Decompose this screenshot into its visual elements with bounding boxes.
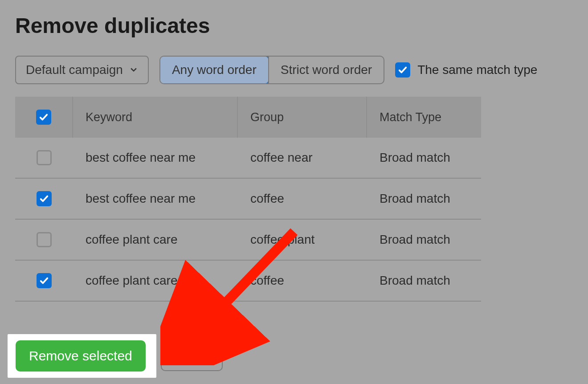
duplicates-table: Keyword Group Match Type best coffee nea… — [15, 97, 481, 302]
campaign-dropdown[interactable]: Default campaign — [15, 56, 149, 84]
page-title: Remove duplicates — [15, 13, 573, 38]
select-all-checkbox[interactable] — [36, 110, 51, 125]
cell-group: coffee — [238, 274, 367, 288]
row-checkbox[interactable] — [37, 150, 52, 165]
campaign-dropdown-label: Default campaign — [26, 63, 123, 77]
table-row: coffee plant carecoffeeBroad match — [15, 261, 481, 302]
cancel-button[interactable]: Cancel — [161, 341, 223, 371]
cell-group: coffee plant — [238, 233, 367, 247]
table-row: coffee plant carecoffee plantBroad match — [15, 220, 481, 261]
table-header: Keyword Group Match Type — [15, 97, 481, 138]
controls-row: Default campaign Any word order Strict w… — [15, 56, 573, 84]
same-match-type-option[interactable]: The same match type — [395, 62, 537, 78]
cell-match-type: Broad match — [367, 274, 481, 288]
same-match-type-label: The same match type — [417, 63, 537, 77]
word-order-any[interactable]: Any word order — [159, 56, 269, 84]
row-checkbox[interactable] — [37, 273, 52, 288]
col-keyword: Keyword — [73, 97, 238, 138]
row-checkbox[interactable] — [37, 232, 52, 247]
col-group: Group — [238, 97, 367, 138]
cell-keyword: coffee plant care — [73, 274, 238, 288]
chevron-down-icon — [129, 63, 138, 77]
cell-match-type: Broad match — [367, 192, 481, 206]
cell-group: coffee near — [238, 151, 367, 165]
word-order-segmented: Any word order Strict word order — [159, 56, 384, 84]
col-match-type: Match Type — [367, 97, 481, 138]
word-order-strict[interactable]: Strict word order — [269, 57, 384, 83]
cell-keyword: best coffee near me — [73, 151, 238, 165]
actions-row: Remove selected Cancel — [8, 334, 223, 378]
cell-match-type: Broad match — [367, 233, 481, 247]
cell-group: coffee — [238, 192, 367, 206]
cell-match-type: Broad match — [367, 151, 481, 165]
checkbox-checked-icon — [395, 62, 410, 78]
cell-keyword: best coffee near me — [73, 192, 238, 206]
remove-selected-button[interactable]: Remove selected — [16, 340, 146, 372]
table-row: best coffee near mecoffeeBroad match — [15, 179, 481, 220]
table-row: best coffee near mecoffee nearBroad matc… — [15, 138, 481, 179]
highlight-remove-selected: Remove selected — [8, 334, 156, 378]
row-checkbox[interactable] — [37, 191, 52, 206]
cell-keyword: coffee plant care — [73, 233, 238, 247]
